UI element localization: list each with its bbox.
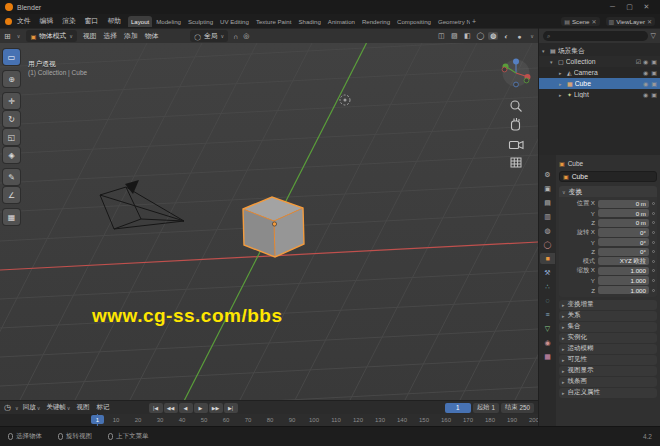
maximize-button[interactable]: ▢ [621, 3, 638, 11]
animate-dot-icon[interactable] [652, 279, 655, 282]
tab-data[interactable]: ▽ [540, 323, 555, 334]
outliner-row-cube[interactable]: ▸ ▦ Cube ◉ ▣ [539, 78, 660, 89]
properties-section-header[interactable]: ▸ 视图显示 [559, 366, 657, 376]
property-value-field[interactable]: 0° [598, 238, 649, 246]
clock-editor-icon[interactable]: ◷ [4, 403, 11, 412]
prev-keyframe-button[interactable]: ◀◀ [164, 403, 178, 413]
properties-section-header[interactable]: ▸ 实例化 [559, 333, 657, 343]
menu-item[interactable]: 编辑 [40, 16, 54, 26]
section-collapse-icon[interactable]: ▸ [562, 379, 565, 385]
shading-wireframe-icon[interactable]: ◯ [475, 32, 485, 40]
properties-section-header[interactable]: ▸ 线条画 [559, 377, 657, 387]
properties-section-header[interactable]: ▸ 可见性 [559, 355, 657, 365]
navigation-gizmo[interactable] [502, 59, 530, 87]
show-overlays-icon[interactable]: ▨ [449, 32, 459, 40]
render-visibility-icon[interactable]: ▣ [651, 58, 657, 65]
tool-add-cube[interactable]: ▦ [3, 209, 20, 225]
tool-cursor[interactable]: ⊕ [3, 71, 20, 87]
workspace-tab[interactable]: Geometry Nodes [435, 16, 470, 27]
current-frame-field[interactable]: 1 [445, 403, 471, 413]
close-button[interactable]: ✕ [638, 3, 655, 11]
render-visibility-icon[interactable]: ▣ [651, 69, 657, 76]
tab-modifiers[interactable]: ⚒ [540, 267, 555, 278]
animate-dot-icon[interactable] [652, 231, 655, 234]
outliner-row-camera[interactable]: ▸ ◭ Camera ◉ ▣ [539, 67, 660, 78]
property-value-field[interactable]: 1.000 [598, 267, 649, 275]
visibility-eye-icon[interactable]: ◉ [643, 80, 648, 87]
property-value-field[interactable]: 0 m [598, 219, 649, 227]
jump-end-button[interactable]: ▶| [224, 403, 238, 413]
zoom-icon[interactable] [511, 101, 522, 112]
minimize-button[interactable]: ─ [604, 3, 621, 11]
shading-material-icon[interactable]: ◐ [501, 33, 511, 40]
properties-section-header[interactable]: ▸ 自定义属性 [559, 388, 657, 398]
viewport-canvas[interactable] [0, 43, 538, 400]
tool-rotate[interactable]: ↻ [3, 111, 20, 127]
frame-end-field[interactable]: 结束 250 [501, 403, 534, 413]
snap-magnet-icon[interactable]: ∩ [233, 33, 238, 40]
shading-rendered-icon[interactable]: ● [514, 33, 524, 40]
tab-render[interactable]: ▣ [540, 183, 555, 194]
blender-menu-icon[interactable] [5, 18, 12, 25]
tool-scale[interactable]: ◱ [3, 129, 20, 145]
property-value-field[interactable]: XYZ 欧拉 [598, 257, 649, 265]
menu-item[interactable]: 帮助 [107, 16, 121, 26]
editor-type-icon[interactable]: ⊞ [4, 32, 11, 41]
visibility-eye-icon[interactable]: ◉ [643, 69, 648, 76]
transform-panel-header[interactable]: ∨ 变换 [559, 186, 657, 197]
playhead-frame-badge[interactable]: 1 [91, 415, 104, 424]
property-value-field[interactable]: 1.000 [598, 276, 649, 284]
tab-constraints[interactable]: ≡ [540, 309, 555, 320]
section-collapse-icon[interactable]: ▸ [562, 346, 565, 352]
object-name-field[interactable]: ▣ Cube [559, 171, 657, 182]
tool-transform[interactable]: ◈ [3, 147, 20, 163]
animate-dot-icon[interactable] [652, 202, 655, 205]
perspective-toggle-icon[interactable] [511, 158, 521, 167]
menu-item[interactable]: 视图 [83, 31, 97, 41]
outliner-row-light[interactable]: ▸ ✦ Light ◉ ▣ [539, 89, 660, 100]
shading-solid-icon[interactable]: ◍ [488, 32, 498, 40]
jump-start-button[interactable]: |◀ [149, 403, 163, 413]
tool-annotate[interactable]: ✎ [3, 169, 20, 185]
tab-texture[interactable]: ▦ [540, 351, 555, 362]
property-value-field[interactable]: 0° [598, 228, 649, 236]
animate-dot-icon[interactable] [652, 241, 655, 244]
scene-selector[interactable]: ▤ Scene ✕ [561, 17, 599, 26]
section-collapse-icon[interactable]: ▸ [562, 335, 565, 341]
properties-section-header[interactable]: ▸ 集合 [559, 322, 657, 332]
expand-arrow-icon[interactable]: ▸ [559, 81, 565, 87]
expand-arrow-icon[interactable]: ▸ [559, 70, 565, 76]
animate-dot-icon[interactable] [652, 221, 655, 224]
light-object[interactable] [340, 95, 350, 105]
animate-dot-icon[interactable] [652, 260, 655, 263]
menu-item[interactable]: 物体 [145, 31, 159, 41]
section-collapse-icon[interactable]: ▸ [562, 390, 565, 396]
animate-dot-icon[interactable] [652, 269, 655, 272]
animate-dot-icon[interactable] [652, 212, 655, 215]
workspace-tab[interactable]: Modeling [153, 16, 184, 27]
tab-scene[interactable]: ◍ [540, 225, 555, 236]
properties-section-header[interactable]: ▸ 关系 [559, 311, 657, 321]
collection-checkbox-icon[interactable]: ☑ [636, 58, 641, 65]
workspace-tab[interactable]: Texture Paint [253, 16, 295, 27]
menu-item[interactable]: 渲染 [62, 16, 76, 26]
mode-dropdown[interactable]: ▣ 物体模式 ∨ [26, 30, 77, 42]
proportional-edit-icon[interactable]: ◎ [243, 32, 249, 40]
show-gizmo-icon[interactable]: ◫ [436, 32, 446, 40]
timeline-menu[interactable]: 标记 [97, 403, 111, 412]
menu-item[interactable]: 选择 [104, 31, 118, 41]
render-visibility-icon[interactable]: ▣ [651, 80, 657, 87]
tool-measure[interactable]: ∠ [3, 187, 20, 203]
camera-view-icon[interactable] [510, 142, 524, 149]
visibility-eye-icon[interactable]: ◉ [643, 58, 648, 65]
property-value-field[interactable]: 0° [598, 248, 649, 256]
property-value-field[interactable]: 0 m [598, 209, 649, 217]
tab-world[interactable]: ◯ [540, 239, 555, 250]
workspace-tab[interactable]: Sculpting [185, 16, 216, 27]
tab-material[interactable]: ◉ [540, 337, 555, 348]
cube-object[interactable] [243, 197, 304, 257]
properties-section-header[interactable]: ▸ 变换增量 [559, 300, 657, 310]
play-button[interactable]: ▶ [194, 403, 208, 413]
tool-move[interactable]: ✛ [3, 93, 20, 109]
menu-item[interactable]: 添加 [124, 31, 138, 41]
